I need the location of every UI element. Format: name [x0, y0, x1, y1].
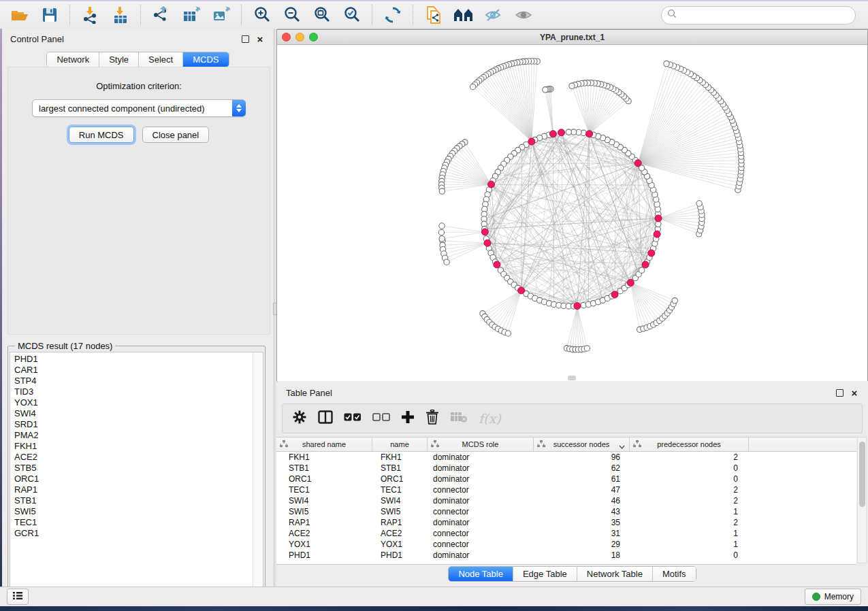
table-tabs: Node TableEdge TableNetwork TableMotifs — [448, 566, 696, 582]
cell-successor-nodes: 43 — [534, 506, 630, 517]
column-header-MCDS-role[interactable]: MCDS role — [428, 437, 534, 451]
first-neighbors-button[interactable] — [451, 4, 477, 26]
toolbar-group-5 — [414, 4, 543, 26]
mcds-result-item[interactable]: PMA2 — [14, 430, 252, 441]
search-input[interactable] — [677, 10, 850, 20]
table-panel-float-button[interactable] — [834, 387, 845, 398]
mcds-result-scrollbar[interactable] — [253, 352, 263, 597]
add-button[interactable] — [401, 408, 415, 429]
cell-successor-nodes: 29 — [534, 539, 630, 550]
table-row[interactable]: YOX1YOX1connector291 — [276, 539, 856, 550]
zoom-out-icon — [283, 6, 301, 24]
import-network-button[interactable] — [78, 4, 103, 26]
mcds-result-item[interactable]: STB1 — [14, 495, 252, 506]
mcds-result-item[interactable]: FKH1 — [14, 441, 252, 452]
column-header-shared-name[interactable]: shared name — [276, 437, 372, 451]
table-row[interactable]: PHD1PHD1dominator180 — [276, 550, 856, 561]
app-window: Control Panel × NetworkStyleSelectMCDS O… — [0, 0, 868, 611]
mcds-result-item[interactable]: YOX1 — [14, 397, 252, 408]
tab-style[interactable]: Style — [99, 52, 139, 67]
cell-successor-nodes: 47 — [534, 484, 630, 495]
open-icon — [11, 7, 29, 22]
mcds-result-item[interactable]: TID3 — [14, 386, 252, 397]
search-field[interactable] — [661, 6, 856, 24]
control-panel-close-button[interactable]: × — [255, 33, 266, 44]
zoom-in-button[interactable] — [249, 4, 275, 26]
mcds-result-item[interactable]: ORC1 — [14, 474, 252, 484]
apply-layout-button[interactable] — [380, 4, 406, 26]
cell-MCDS-role: connector — [428, 506, 534, 517]
table-scrollbar[interactable] — [857, 437, 867, 563]
mcds-result-item[interactable]: ACE2 — [14, 452, 252, 463]
zoom-out-button[interactable] — [279, 4, 305, 26]
table-row[interactable]: SWI5SWI5connector431 — [276, 506, 856, 517]
mcds-result-item[interactable]: SWI5 — [14, 506, 252, 517]
save-button[interactable] — [37, 4, 63, 26]
select-all-button[interactable] — [344, 408, 361, 429]
tab-node-table[interactable]: Node Table — [449, 567, 513, 581]
columns-button[interactable] — [318, 408, 333, 429]
cell-successor-nodes: 31 — [534, 528, 630, 539]
table-row[interactable]: FKH1FKH1dominator962 — [276, 452, 856, 463]
deselect-all-button[interactable] — [372, 408, 390, 429]
import-network-icon — [82, 6, 99, 24]
zoom-selected-button[interactable] — [339, 4, 365, 26]
mcds-result-item[interactable]: TEC1 — [14, 517, 252, 528]
cell-MCDS-role: connector — [428, 484, 534, 495]
tab-select[interactable]: Select — [139, 52, 183, 67]
hide-selected-button[interactable] — [481, 4, 507, 26]
close-panel-button[interactable]: Close panel — [142, 127, 210, 143]
optimization-criterion-dropdown[interactable]: largest connected component (undirected) — [32, 99, 246, 117]
network-hscroll-thumb[interactable] — [568, 376, 576, 380]
mcds-result-item[interactable]: STP4 — [14, 376, 252, 386]
show-all-button[interactable] — [511, 4, 536, 26]
settings-button[interactable] — [292, 408, 307, 429]
tab-edge-table[interactable]: Edge Table — [513, 567, 577, 581]
column-header-successor-nodes[interactable]: successor nodes — [534, 437, 630, 451]
memory-button[interactable]: Memory — [805, 589, 861, 605]
cell-successor-nodes: 18 — [534, 550, 630, 561]
mcds-result-item[interactable]: RAP1 — [14, 484, 252, 495]
export-network-button[interactable] — [148, 4, 174, 26]
network-canvas[interactable] — [277, 45, 867, 381]
export-table-button[interactable] — [178, 4, 204, 26]
open-button[interactable] — [7, 4, 33, 26]
new-network-from-selection-icon — [425, 6, 443, 24]
settings-icon — [292, 410, 307, 427]
tab-network-table[interactable]: Network Table — [577, 567, 653, 581]
table-row[interactable]: ACE2ACE2connector311 — [276, 528, 856, 539]
table-row[interactable]: RAP1RAP1dominator352 — [276, 517, 856, 528]
new-network-from-selection-button[interactable] — [421, 4, 447, 26]
table-scrollbar-thumb[interactable] — [859, 442, 865, 507]
optimization-criterion-label: Optimization criterion: — [8, 81, 270, 91]
column-header-name[interactable]: name — [372, 437, 428, 451]
zoom-fit-button[interactable] — [309, 4, 335, 26]
mcds-result-list[interactable]: PHD1CAR1STP4TID3YOX1SWI4SRD1PMA2FKH1ACE2… — [10, 352, 263, 598]
tab-mcds[interactable]: MCDS — [183, 52, 228, 67]
run-mcds-button[interactable]: Run MCDS — [69, 127, 134, 143]
table-row[interactable]: STB1STB1dominator620 — [276, 463, 856, 474]
mcds-result-item[interactable]: GCR1 — [14, 528, 252, 539]
network-window-titlebar[interactable]: YPA_prune.txt_1 — [277, 30, 867, 45]
export-image-button[interactable] — [208, 4, 234, 26]
mcds-result-item[interactable]: SRD1 — [14, 419, 252, 430]
table-row[interactable]: SWI4SWI4dominator462 — [276, 495, 856, 506]
cell-predecessor-nodes: 1 — [630, 528, 749, 539]
mcds-result-item[interactable]: PHD1 — [14, 354, 252, 365]
mcds-result-item[interactable]: CAR1 — [14, 365, 252, 376]
memory-label: Memory — [824, 592, 854, 601]
show-panels-button[interactable] — [7, 589, 29, 605]
table-row[interactable]: ORC1ORC1dominator610 — [276, 474, 856, 484]
import-table-button[interactable] — [108, 4, 133, 26]
tab-network[interactable]: Network — [47, 52, 99, 67]
table-row[interactable]: TEC1TEC1connector472 — [276, 484, 856, 495]
delete-button[interactable] — [425, 408, 439, 429]
mcds-result-item[interactable]: STB5 — [14, 463, 252, 474]
mcds-result-item[interactable]: SWI4 — [14, 408, 252, 419]
table-panel-close-button[interactable]: × — [849, 387, 860, 398]
tab-motifs[interactable]: Motifs — [653, 567, 696, 581]
cell-predecessor-nodes: 0 — [630, 474, 749, 484]
network-graph[interactable] — [277, 45, 867, 381]
column-header-predecessor-nodes[interactable]: predecessor nodes — [630, 437, 749, 451]
control-panel-float-button[interactable] — [240, 33, 251, 44]
